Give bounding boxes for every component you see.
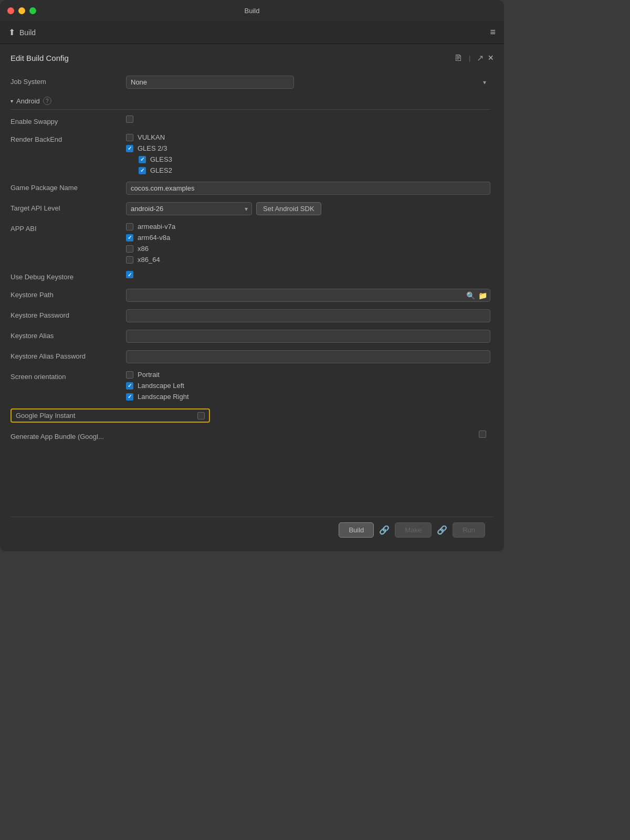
keystore-password-label: Keystore Password [10, 309, 126, 319]
render-backend-control: VULKAN GLES 2/3 GLES3 GLES2 [126, 133, 490, 174]
keystore-alias-password-row: Keystore Alias Password [10, 346, 490, 367]
set-android-sdk-button[interactable]: Set Android SDK [256, 202, 321, 215]
minimize-traffic-light[interactable] [18, 7, 25, 14]
x86-wrapper: x86 [126, 245, 490, 253]
action-bar: Build 🔗 Make 🔗 Run [10, 517, 494, 543]
screen-orientation-control: Portrait Landscape Left Landscape Right [126, 371, 490, 401]
landscape-right-checkbox[interactable] [126, 393, 133, 401]
keystore-alias-label: Keystore Alias [10, 330, 126, 340]
vulkan-checkbox[interactable] [126, 134, 133, 141]
gles23-wrapper: GLES 2/3 [126, 144, 490, 152]
dialog-actions: 🖹 | ↗ × [454, 52, 494, 64]
render-backend-label: Render BackEnd [10, 133, 126, 143]
google-play-instant-checkbox[interactable] [197, 412, 205, 419]
game-package-input[interactable] [126, 182, 490, 195]
use-debug-keystore-wrapper [126, 271, 490, 278]
armeabi-v7a-checkbox[interactable] [126, 223, 133, 230]
chevron-down-icon[interactable]: ▾ [10, 98, 13, 104]
keystore-alias-password-control [126, 350, 490, 363]
use-debug-keystore-checkbox[interactable] [126, 271, 133, 278]
game-package-label: Game Package Name [10, 182, 126, 192]
use-debug-keystore-control [126, 271, 490, 278]
keystore-alias-control [126, 330, 490, 343]
enable-swappy-checkbox[interactable] [126, 116, 133, 123]
job-system-row: Job System None Unity Custom [10, 72, 490, 92]
armeabi-v7a-wrapper: armeabi-v7a [126, 223, 490, 230]
divider: | [469, 54, 470, 62]
target-api-dropdown-wrapper[interactable]: android-26 android-27 android-28 android… [126, 202, 252, 215]
render-backend-row: Render BackEnd VULKAN GLES 2/3 GLES3 GLE… [10, 130, 490, 178]
gles2-wrapper: GLES2 [126, 166, 490, 174]
target-api-control: android-26 android-27 android-28 android… [126, 202, 490, 215]
import-icon[interactable]: 🖹 [454, 54, 463, 63]
gles3-label: GLES3 [150, 155, 172, 163]
keystore-alias-input[interactable] [126, 330, 490, 343]
make-button[interactable]: Make [395, 522, 432, 538]
form-scroll[interactable]: Job System None Unity Custom ▾ Android ?… [10, 72, 494, 517]
toolbar-brand: ⬆ Build [8, 27, 36, 37]
search-icon[interactable]: 🔍 [466, 291, 475, 300]
gles2-checkbox[interactable] [139, 167, 146, 174]
enable-swappy-label: Enable Swappy [10, 116, 126, 125]
folder-icon[interactable]: 📁 [478, 291, 487, 300]
keystore-path-label: Keystore Path [10, 289, 126, 299]
export-icon[interactable]: ↗ [477, 53, 484, 63]
google-play-instant-row: Google Play Instant [10, 404, 490, 427]
job-system-dropdown-wrapper[interactable]: None Unity Custom [126, 76, 490, 89]
run-button[interactable]: Run [453, 522, 485, 538]
android-section-label: Android [16, 97, 40, 105]
toolbar-menu-icon[interactable]: ≡ [490, 27, 496, 38]
portrait-checkbox[interactable] [126, 371, 133, 379]
job-system-select[interactable]: None Unity Custom [126, 76, 294, 89]
app-abi-control: armeabi-v7a arm64-v8a x86 x86_64 [126, 223, 490, 264]
close-icon[interactable]: × [488, 52, 494, 64]
portrait-wrapper: Portrait [126, 371, 490, 379]
target-api-select[interactable]: android-26 android-27 android-28 android… [126, 202, 252, 215]
google-play-instant-label: Google Play Instant [16, 412, 193, 419]
gles23-checkbox[interactable] [126, 145, 133, 152]
keystore-alias-row: Keystore Alias [10, 326, 490, 346]
dialog-title: Edit Build Config [10, 54, 69, 62]
arm64-v8a-label: arm64-v8a [138, 234, 170, 242]
vulkan-wrapper: VULKAN [126, 133, 490, 141]
landscape-left-wrapper: Landscape Left [126, 382, 490, 390]
build-link-icon: 🔗 [379, 525, 390, 535]
vulkan-label: VULKAN [138, 133, 165, 141]
keystore-alias-password-label: Keystore Alias Password [10, 350, 126, 360]
close-traffic-light[interactable] [7, 7, 14, 14]
keystore-path-control: 🔍 📁 [126, 289, 490, 302]
app-abi-label: APP ABI [10, 223, 126, 233]
generate-app-bundle-row: Generate App Bundle (Googl... [10, 427, 490, 445]
gles2-label: GLES2 [150, 166, 172, 174]
enable-swappy-row: Enable Swappy [10, 112, 490, 130]
build-button[interactable]: Build [339, 522, 374, 538]
x86-checkbox[interactable] [126, 245, 133, 253]
maximize-traffic-light[interactable] [29, 7, 36, 14]
arm64-v8a-checkbox[interactable] [126, 234, 133, 242]
landscape-left-label: Landscape Left [138, 382, 184, 390]
android-section-header: ▾ Android ? [10, 92, 490, 110]
x86-label: x86 [138, 245, 149, 253]
main-content: Edit Build Config 🖹 | ↗ × Job System Non… [0, 44, 504, 551]
keystore-path-input[interactable] [126, 289, 490, 302]
keystore-password-control [126, 309, 490, 322]
generate-app-bundle-checkbox[interactable] [479, 430, 486, 438]
landscape-left-checkbox[interactable] [126, 382, 133, 390]
keystore-password-input[interactable] [126, 309, 490, 322]
build-icon: ⬆ [8, 27, 15, 37]
job-system-label: Job System [10, 76, 126, 86]
landscape-right-label: Landscape Right [138, 393, 189, 401]
enable-swappy-checkbox-wrapper [126, 116, 490, 123]
keystore-path-wrapper: 🔍 📁 [126, 289, 490, 302]
window-title: Build [245, 7, 260, 15]
game-package-row: Game Package Name [10, 178, 490, 198]
gles3-checkbox[interactable] [139, 156, 146, 163]
use-debug-keystore-label: Use Debug Keystore [10, 271, 126, 281]
x86-64-checkbox[interactable] [126, 256, 133, 264]
toolbar-title: Build [19, 28, 36, 37]
toolbar: ⬆ Build ≡ [0, 21, 504, 44]
gles23-label: GLES 2/3 [138, 144, 167, 152]
keystore-alias-password-input[interactable] [126, 350, 490, 363]
help-icon[interactable]: ? [43, 97, 51, 105]
armeabi-v7a-label: armeabi-v7a [138, 223, 175, 230]
